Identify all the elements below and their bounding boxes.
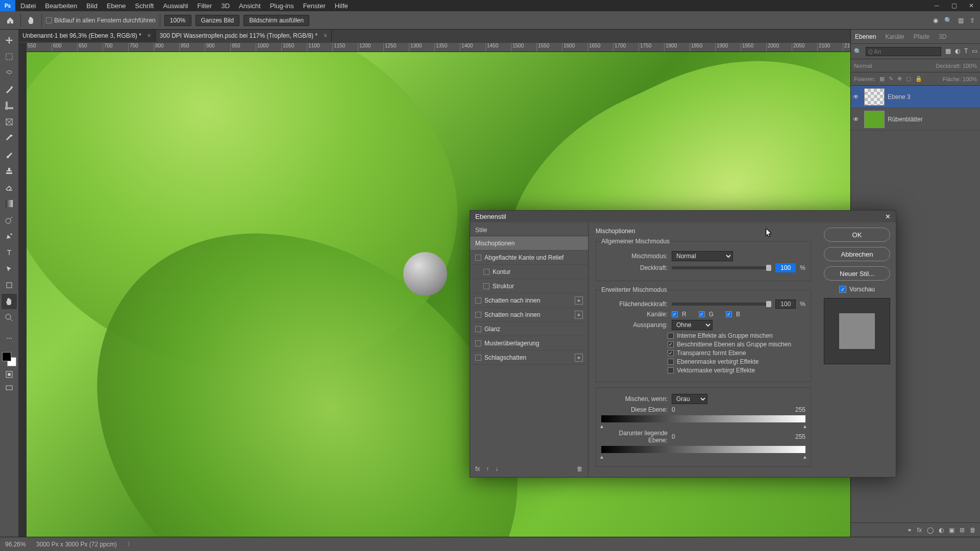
lock-position-icon[interactable]: ✎ bbox=[889, 76, 893, 82]
dodge-tool[interactable] bbox=[2, 212, 17, 228]
filter-pixel-icon[interactable]: ▦ bbox=[945, 47, 951, 56]
preview-checkbox[interactable]: ✓ bbox=[839, 286, 846, 293]
lasso-tool[interactable] bbox=[2, 65, 17, 81]
filter-adjust-icon[interactable]: ◐ bbox=[955, 47, 960, 56]
this-layer-slider[interactable]: ▲▲ bbox=[601, 415, 805, 422]
brush-tool[interactable] bbox=[2, 147, 17, 162]
stamp-tool[interactable] bbox=[2, 163, 17, 179]
style-checkbox[interactable] bbox=[475, 312, 481, 318]
ok-button[interactable]: OK bbox=[824, 228, 890, 242]
cloud-docs-icon[interactable]: ◉ bbox=[933, 17, 938, 24]
mask-icon[interactable]: ◯ bbox=[927, 527, 934, 534]
visibility-icon[interactable]: 👁 bbox=[853, 116, 861, 123]
eraser-tool[interactable] bbox=[2, 180, 17, 195]
layer-thumbnail[interactable] bbox=[864, 88, 885, 106]
knockout-select[interactable]: Ohne bbox=[672, 320, 713, 330]
shape-tool[interactable] bbox=[2, 278, 17, 293]
new-style-button[interactable]: Neuer Stil... bbox=[824, 266, 890, 281]
layer-filter-input[interactable] bbox=[866, 47, 941, 56]
tab-layers[interactable]: Ebenen bbox=[855, 33, 876, 40]
style-item[interactable]: Glanz bbox=[470, 322, 588, 336]
workspace-icon[interactable]: ▥ bbox=[958, 17, 964, 24]
document-tab[interactable]: Unbenannt-1 bei 96,3% (Ebene 3, RGB/8) *… bbox=[18, 30, 156, 42]
menu-bearbeiten[interactable]: Bearbeiten bbox=[45, 2, 77, 10]
style-checkbox[interactable] bbox=[475, 255, 481, 261]
style-item[interactable]: Kontur bbox=[470, 265, 588, 279]
zoom-level[interactable]: 96.26% bbox=[5, 541, 26, 548]
menu-schrift[interactable]: Schrift bbox=[135, 2, 154, 10]
fx-menu-icon[interactable]: fx bbox=[475, 465, 480, 472]
chk-vectormask[interactable] bbox=[668, 367, 674, 373]
fx-icon[interactable]: fx bbox=[917, 527, 922, 534]
menu-3d[interactable]: 3D bbox=[221, 2, 230, 10]
dialog-titlebar[interactable]: Ebenenstil ✕ bbox=[470, 211, 896, 222]
style-item[interactable]: Mischoptionen bbox=[470, 236, 588, 251]
move-tool[interactable] bbox=[2, 33, 17, 48]
style-checkbox[interactable] bbox=[475, 297, 481, 304]
move-down-icon[interactable]: ↓ bbox=[495, 465, 498, 472]
screenmode-toggle[interactable] bbox=[3, 383, 15, 393]
edit-toolbar[interactable]: ⋯ bbox=[2, 331, 17, 346]
document-tab[interactable]: 300 DPI Wassertropfen.psdc bei 117% (Tro… bbox=[156, 30, 332, 42]
style-checkbox[interactable] bbox=[475, 340, 481, 346]
link-layers-icon[interactable]: ⚭ bbox=[907, 527, 912, 534]
menu-plug-ins[interactable]: Plug-ins bbox=[270, 2, 294, 10]
style-item[interactable]: Schatten nach innen+ bbox=[470, 308, 588, 322]
layer-name[interactable]: Ebene 3 bbox=[888, 93, 911, 101]
visibility-icon[interactable]: 👁 bbox=[853, 93, 861, 101]
fit-screen-button[interactable]: Ganzes Bild bbox=[195, 15, 240, 26]
chk-transparency[interactable] bbox=[668, 350, 674, 356]
lock-artboard-icon[interactable]: ▢ bbox=[906, 76, 911, 82]
blend-mode-select[interactable]: Normal bbox=[854, 63, 872, 69]
chk-internal-fx[interactable] bbox=[668, 333, 674, 339]
style-checkbox[interactable] bbox=[483, 283, 489, 289]
chk-clipped[interactable] bbox=[668, 341, 674, 347]
crop-tool[interactable] bbox=[2, 98, 17, 113]
filter-type-icon[interactable]: T bbox=[964, 47, 968, 56]
channel-b-checkbox[interactable]: ✓ bbox=[726, 311, 732, 317]
style-item[interactable]: Schatten nach innen+ bbox=[470, 293, 588, 308]
zoom-tool[interactable] bbox=[2, 310, 17, 325]
menu-ebene[interactable]: Ebene bbox=[107, 2, 126, 10]
blendif-select[interactable]: Grau bbox=[672, 394, 707, 404]
trash-icon[interactable]: 🗑 bbox=[970, 527, 976, 534]
blend-mode-select[interactable]: Normal bbox=[672, 251, 733, 261]
fill-opacity-slider[interactable] bbox=[672, 303, 771, 306]
layer-thumbnail[interactable] bbox=[864, 111, 885, 128]
fill-screen-button[interactable]: Bildschirm ausfüllen bbox=[243, 15, 309, 26]
close-button[interactable]: ✕ bbox=[963, 0, 980, 11]
wand-tool[interactable] bbox=[2, 82, 17, 97]
eyedropper-tool[interactable] bbox=[2, 131, 17, 146]
menu-ansicht[interactable]: Ansicht bbox=[239, 2, 261, 10]
layer-row[interactable]: 👁Ebene 3 bbox=[851, 86, 980, 108]
style-item[interactable]: Struktur bbox=[470, 279, 588, 293]
filter-shape-icon[interactable]: ▭ bbox=[972, 47, 977, 56]
pen-tool[interactable] bbox=[2, 229, 17, 244]
doc-info[interactable]: 3000 Px x 3000 Px (72 ppcm) bbox=[36, 541, 117, 548]
close-tab-icon[interactable]: × bbox=[324, 32, 327, 39]
scroll-all-checkbox[interactable]: Bildlauf in allen Fenstern durchführen bbox=[46, 17, 156, 24]
channel-r-checkbox[interactable]: ✓ bbox=[672, 311, 678, 317]
fill-opacity-value[interactable]: 100 bbox=[775, 299, 796, 309]
adjustment-icon[interactable]: ◐ bbox=[939, 527, 944, 534]
type-tool[interactable]: T bbox=[2, 245, 17, 260]
maximize-button[interactable]: ▢ bbox=[945, 0, 963, 11]
style-item[interactable]: Abgeflachte Kante und Relief bbox=[470, 251, 588, 265]
style-checkbox[interactable] bbox=[483, 269, 489, 275]
search-icon[interactable]: 🔍 bbox=[944, 17, 952, 24]
menu-hilfe[interactable]: Hilfe bbox=[335, 2, 348, 10]
layer-name[interactable]: Rübenblätter bbox=[888, 116, 923, 123]
opacity-slider[interactable] bbox=[672, 266, 771, 269]
gradient-tool[interactable] bbox=[2, 196, 17, 211]
style-checkbox[interactable] bbox=[475, 355, 481, 361]
frame-tool[interactable] bbox=[2, 114, 17, 130]
opacity-value[interactable]: 100 bbox=[775, 263, 796, 272]
under-layer-slider[interactable]: ▲▲ bbox=[601, 446, 805, 453]
menu-fenster[interactable]: Fenster bbox=[303, 2, 326, 10]
path-select-tool[interactable] bbox=[2, 261, 17, 277]
menu-auswahl[interactable]: Auswahl bbox=[163, 2, 188, 10]
lock-move-icon[interactable]: ✥ bbox=[897, 76, 902, 82]
menu-bild[interactable]: Bild bbox=[86, 2, 97, 10]
channel-g-checkbox[interactable]: ✓ bbox=[699, 311, 705, 317]
style-item[interactable]: Musterüberlagerung bbox=[470, 336, 588, 350]
